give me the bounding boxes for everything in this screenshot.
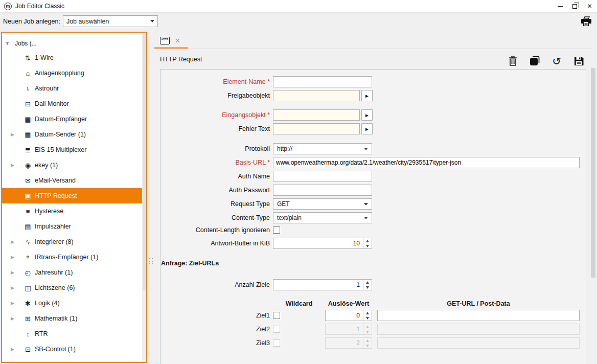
sidebar-item-hysterese[interactable]: ≡Hysterese: [2, 203, 146, 219]
sidebar-item-irtrans-empfaenger[interactable]: ▶⌖IRtrans-Empfänger (1): [2, 249, 146, 265]
sidebar-item-astrouhr[interactable]: ♄Astrouhr: [2, 81, 146, 96]
chevron-down-icon: [364, 148, 368, 150]
sidebar-item-email-versand[interactable]: ✉eMail-Versand: [2, 173, 146, 188]
job-tree: ▼ Jobs (... ⇅1-Wire ⌂Anlagenkopplung ♄As…: [2, 33, 146, 363]
target-row-ziel1: Ziel1 0: [160, 310, 586, 321]
content-type-select[interactable]: text/plain: [273, 212, 372, 223]
sidebar-item-lichtszene[interactable]: ▶◫Lichtszene (6): [2, 280, 146, 295]
expander-icon[interactable]: ▶: [11, 316, 17, 321]
spin-down-icon[interactable]: [363, 285, 372, 290]
sidebar-item-sb-control[interactable]: ▶⊡SB-Control (1): [2, 342, 146, 357]
delete-button[interactable]: [507, 55, 518, 67]
sidebar-item-rtr[interactable]: ↕RTR: [2, 326, 146, 342]
expander-icon[interactable]: ▶: [11, 285, 17, 290]
spin-down-icon[interactable]: [363, 243, 372, 248]
duplicate-button[interactable]: [529, 55, 540, 67]
spin-up-icon[interactable]: [363, 280, 372, 285]
dali-monitor-icon: ⊟: [24, 100, 32, 108]
tab-http-request[interactable]: HTTP ✕: [160, 33, 189, 48]
expander-icon[interactable]: ▶: [11, 347, 17, 352]
window-title: Job Editor Classic: [15, 3, 64, 10]
get-url-column-header: GET-URL / Post-Data: [377, 300, 580, 307]
expander-icon[interactable]: ▶: [11, 301, 17, 306]
fehler-text-picker-button[interactable]: ►: [361, 123, 373, 134]
ziel2-trigger-value: 1: [326, 324, 363, 334]
freigabeobjekt-input[interactable]: [273, 90, 360, 101]
splitter-handle[interactable]: [149, 258, 153, 267]
expander-icon[interactable]: ▶: [11, 270, 17, 275]
save-button[interactable]: [573, 55, 584, 67]
fehler-text-input[interactable]: [273, 123, 360, 134]
sidebar-item-dali-monitor[interactable]: ⊟Dali Monitor: [2, 96, 146, 111]
expander-icon[interactable]: ▶: [11, 163, 17, 168]
sidebar-item-eis-15-multiplexer[interactable]: ≣EIS 15 Multiplexer: [2, 142, 146, 157]
tree-root-jobs[interactable]: ▼ Jobs (...: [2, 37, 146, 50]
tab-close-icon[interactable]: ✕: [175, 37, 180, 44]
top-toolbar: Neuen Job anlegen: Job auswählen: [0, 12, 597, 30]
content-length-checkbox[interactable]: [273, 226, 280, 234]
main-scrollbar-thumb[interactable]: [591, 68, 595, 278]
expanded-expander-icon[interactable]: ▼: [5, 41, 12, 46]
sidebar-item-logik[interactable]: ▶✱Logik (4): [2, 295, 146, 311]
sidebar-item-ekey[interactable]: ▶◉ekey (1): [2, 157, 146, 173]
app-logo-icon: m: [4, 3, 12, 10]
anzahl-ziele-stepper[interactable]: 1: [273, 279, 372, 290]
eingangsobjekt-picker-button[interactable]: ►: [361, 109, 373, 121]
target-row-ziel3: Ziel3 2: [160, 337, 586, 349]
ziel1-label: Ziel1: [160, 312, 270, 319]
request-type-label: Request Type: [160, 200, 270, 208]
ziel1-wildcard-checkbox[interactable]: [273, 312, 280, 319]
ziel1-url-input[interactable]: [377, 310, 580, 321]
minimize-button[interactable]: [553, 0, 567, 12]
one-wire-icon: ⇅: [24, 54, 32, 62]
plant-link-icon: ⌂: [24, 70, 32, 77]
sidebar-scrollbar-thumb[interactable]: [143, 34, 146, 290]
antwort-buffer-label: Antwort-Buffer in KiB: [160, 240, 270, 247]
undo-button[interactable]: ↺: [551, 55, 562, 67]
ziel1-trigger-stepper[interactable]: 0: [325, 310, 372, 321]
section-divider: [223, 263, 582, 263]
element-name-input[interactable]: [273, 76, 372, 87]
freigabeobjekt-picker-button[interactable]: ►: [361, 90, 373, 101]
ziel3-url-input: [377, 337, 580, 349]
request-type-select[interactable]: GET: [273, 198, 372, 210]
sidebar-item-datum-empfaenger[interactable]: ▦Datum-Empfänger: [2, 111, 146, 127]
content-type-label: Content-Type: [160, 214, 270, 221]
spin-down-icon[interactable]: [363, 315, 372, 321]
sidebar-item-integrierer[interactable]: ▶ϟIntegrierer (8): [2, 234, 146, 249]
auth-passwort-input[interactable]: [273, 185, 372, 196]
restore-button[interactable]: [567, 0, 582, 12]
anzahl-ziele-label: Anzahl Ziele: [160, 281, 270, 288]
basis-url-input[interactable]: [273, 157, 580, 168]
expander-icon[interactable]: ▶: [11, 239, 17, 244]
expander-icon[interactable]: ▶: [11, 132, 17, 137]
expander-icon[interactable]: ▶: [11, 255, 17, 260]
sidebar-scrollbar: [142, 33, 146, 362]
sidebar-item-jahresuhr[interactable]: ▶◴Jahresuhr (1): [2, 265, 146, 280]
spin-up-icon[interactable]: [363, 238, 372, 243]
ziel3-wildcard-checkbox[interactable]: [273, 339, 280, 347]
protokoll-select[interactable]: http://: [273, 143, 372, 154]
title-bar: m Job Editor Classic ✕: [0, 0, 597, 12]
sidebar-item-datum-sender[interactable]: ▶▦Datum-Sender (1): [2, 127, 146, 142]
remote-control-icon: ⌖: [24, 253, 32, 261]
print-button[interactable]: [580, 15, 593, 28]
ziel2-wildcard-checkbox[interactable]: [273, 326, 280, 333]
sidebar-item-http-request[interactable]: ▣HTTP Request: [2, 188, 146, 203]
job-select-dropdown[interactable]: Job auswählen: [63, 15, 158, 27]
auth-name-input[interactable]: [273, 171, 372, 182]
antwort-buffer-stepper[interactable]: 10: [273, 238, 372, 249]
sidebar-item-anlagenkopplung[interactable]: ⌂Anlagenkopplung: [2, 65, 146, 81]
sidebar-item-1-wire[interactable]: ⇅1-Wire: [2, 50, 146, 65]
chevron-down-icon: [364, 203, 368, 206]
element-name-label: Element-Name *: [160, 78, 270, 85]
sidebar-item-schwellwert[interactable]: ◿Schwellwert: [2, 357, 146, 363]
astro-clock-icon: ♄: [24, 85, 32, 93]
eingangsobjekt-input[interactable]: [273, 109, 360, 121]
sidebar-item-mathematik[interactable]: ▶⊞Mathematik (1): [2, 311, 146, 326]
sidebar-item-impulszaehler[interactable]: ▤Impulszähler: [2, 219, 146, 234]
content-type-value: text/plain: [277, 214, 364, 221]
close-button[interactable]: ✕: [582, 0, 597, 12]
spin-up-icon[interactable]: [363, 310, 372, 315]
calendar-receive-icon: ▦: [24, 116, 32, 123]
